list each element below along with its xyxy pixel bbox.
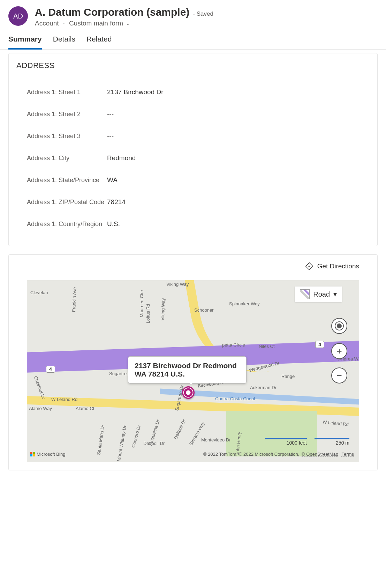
attrib-ms: © 2022 Microsoft Corporation, bbox=[239, 452, 300, 457]
field-value: --- bbox=[107, 110, 114, 118]
field-label: Address 1: City bbox=[27, 155, 107, 162]
street-label: Contra Costa Canal bbox=[215, 396, 255, 401]
map-provider-logo: Microsoft Bing bbox=[30, 452, 65, 457]
map-canvas[interactable]: 4 4 Viking Way Schooner Spinnaker Way pe… bbox=[27, 280, 359, 462]
entity-label: Account bbox=[35, 20, 59, 27]
scale-imperial: 1000 feet bbox=[265, 438, 307, 446]
field-label: Address 1: ZIP/Postal Code bbox=[27, 199, 107, 206]
section-title-address: ADDRESS bbox=[16, 61, 370, 70]
street-label: Schooner bbox=[194, 307, 214, 313]
street-label: Franklin Ave bbox=[71, 287, 77, 312]
attrib-osm-link[interactable]: © OpenStreetMap bbox=[302, 452, 338, 457]
field-street1[interactable]: Address 1: Street 1 2137 Birchwood Dr bbox=[27, 81, 359, 103]
field-label: Address 1: Country/Region bbox=[27, 221, 107, 228]
plus-icon: + bbox=[336, 346, 342, 357]
field-value: --- bbox=[107, 132, 114, 140]
street-label: Concord Dr bbox=[130, 424, 142, 448]
zoom-in-button[interactable]: + bbox=[331, 343, 347, 359]
minus-icon: − bbox=[336, 370, 342, 381]
street-label: Ackerman Dr bbox=[250, 385, 277, 390]
microsoft-icon bbox=[30, 452, 35, 456]
street-label: W Leland Rd bbox=[322, 419, 349, 427]
header-text: A. Datum Corporation (sample) - Saved Ac… bbox=[35, 6, 378, 27]
attrib-terms-link[interactable]: Terms bbox=[342, 452, 354, 457]
street-label: Montevideo Dr bbox=[201, 437, 231, 442]
saved-indicator: - Saved bbox=[193, 10, 213, 17]
field-label: Address 1: Street 1 bbox=[27, 89, 107, 96]
page-title: A. Datum Corporation (sample) bbox=[35, 6, 189, 18]
street-label: Viking Way bbox=[166, 282, 189, 287]
get-directions-button[interactable]: Get Directions bbox=[305, 262, 359, 270]
highway-shield: 4 bbox=[46, 366, 55, 373]
field-street2[interactable]: Address 1: Street 2 --- bbox=[27, 103, 359, 125]
record-header: AD A. Datum Corporation (sample) - Saved… bbox=[0, 0, 386, 27]
provider-text: Microsoft Bing bbox=[37, 452, 65, 457]
street-label: Spinnaker Way bbox=[229, 301, 260, 306]
get-directions-label: Get Directions bbox=[317, 262, 359, 270]
map-type-selector[interactable]: Road ▾ bbox=[295, 286, 342, 302]
street-label: Loftus Rd bbox=[145, 304, 151, 323]
street-label: Santa Maria Dr bbox=[96, 424, 105, 455]
map-section: Get Directions 4 4 Viking Way Schooner S… bbox=[8, 254, 378, 470]
street-label: Maureen Circ bbox=[139, 290, 144, 317]
field-label: Address 1: Street 3 bbox=[27, 133, 107, 140]
street-label: Niles Ct bbox=[259, 344, 275, 349]
street-label: Viking Way bbox=[160, 298, 166, 321]
tab-details[interactable]: Details bbox=[53, 35, 75, 50]
callout-line2: WA 78214 U.S. bbox=[135, 370, 240, 378]
field-country[interactable]: Address 1: Country/Region U.S. bbox=[27, 213, 359, 235]
street-label: petta Circle bbox=[222, 342, 245, 348]
map-callout: 2137 Birchwood Dr Redmond WA 78214 U.S. bbox=[128, 356, 247, 384]
form-selector[interactable]: Custom main form ⌄ bbox=[69, 20, 130, 27]
directions-icon bbox=[305, 262, 313, 270]
map-pin-icon[interactable] bbox=[182, 386, 195, 399]
avatar: AD bbox=[8, 6, 28, 26]
caret-down-icon: ▾ bbox=[333, 290, 337, 298]
street-label: W Leland Rd bbox=[51, 397, 77, 402]
tab-related[interactable]: Related bbox=[86, 35, 112, 50]
street-label: Clevelan bbox=[30, 290, 48, 295]
street-label: Alamo Ct bbox=[76, 406, 94, 411]
road-icon bbox=[300, 289, 310, 299]
field-value: 78214 bbox=[107, 198, 126, 206]
field-label: Address 1: Street 2 bbox=[27, 111, 107, 118]
scale-metric: 250 m bbox=[315, 438, 349, 446]
field-city[interactable]: Address 1: City Redmond bbox=[27, 147, 359, 169]
street-label: Sugartree bbox=[109, 371, 129, 376]
field-value: 2137 Birchwood Dr bbox=[107, 88, 164, 96]
street-label: Mount Whitney Dr bbox=[116, 425, 128, 462]
tabs: Summary Details Related bbox=[0, 27, 386, 50]
target-icon bbox=[337, 323, 342, 328]
field-street3[interactable]: Address 1: Street 3 --- bbox=[27, 125, 359, 147]
field-zip[interactable]: Address 1: ZIP/Postal Code 78214 bbox=[27, 191, 359, 213]
highway-shield: 4 bbox=[315, 341, 324, 348]
street-label: Range bbox=[281, 374, 295, 379]
callout-line1: 2137 Birchwood Dr Redmond bbox=[135, 362, 240, 370]
separator-dot: · bbox=[63, 20, 65, 27]
street-label: Daffodil Dr bbox=[173, 419, 187, 440]
map-toolbar: Get Directions bbox=[27, 262, 359, 275]
field-value: Redmond bbox=[107, 154, 136, 162]
tab-summary[interactable]: Summary bbox=[8, 35, 42, 50]
field-value: U.S. bbox=[107, 220, 120, 228]
locate-me-button[interactable] bbox=[331, 318, 347, 334]
field-state[interactable]: Address 1: State/Province WA bbox=[27, 169, 359, 191]
map-attribution: © 2022 TomTom, © 2022 Microsoft Corporat… bbox=[203, 452, 355, 457]
map-scalebar: 1000 feet 250 m bbox=[265, 438, 349, 446]
zoom-out-button[interactable]: − bbox=[331, 367, 347, 384]
field-value: WA bbox=[107, 176, 118, 184]
form-selector-label: Custom main form bbox=[69, 20, 123, 27]
attrib-tomtom: © 2022 TomTom, bbox=[203, 452, 237, 457]
address-section: ADDRESS Address 1: Street 1 2137 Birchwo… bbox=[8, 53, 378, 246]
map-type-label: Road bbox=[313, 290, 330, 298]
street-label: Alamo Way bbox=[29, 406, 52, 411]
field-label: Address 1: State/Province bbox=[27, 177, 107, 184]
chevron-down-icon: ⌄ bbox=[126, 21, 130, 26]
